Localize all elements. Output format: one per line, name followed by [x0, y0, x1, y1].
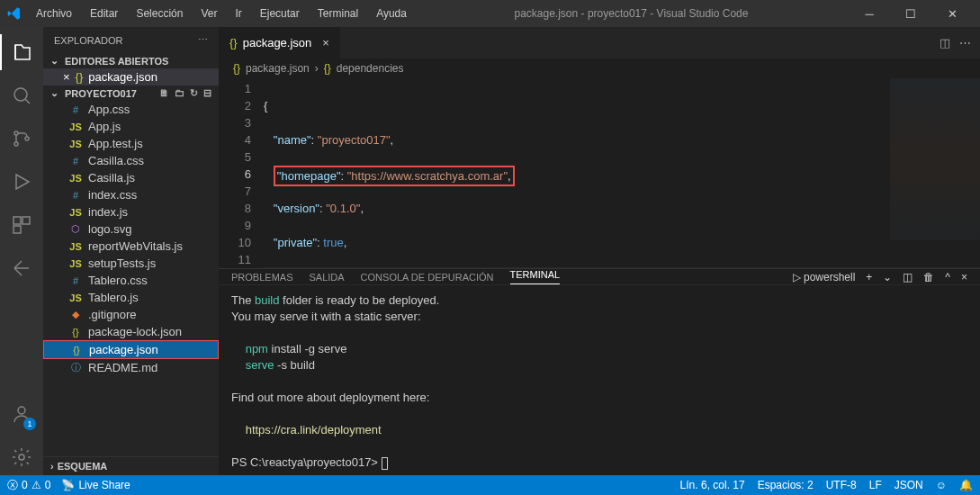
file-logo-svg[interactable]: ⬡logo.svg	[43, 220, 219, 238]
window-title: package.json - proyecto017 - Visual Stud…	[414, 7, 849, 20]
file-reportWebVitals-js[interactable]: JSreportWebVitals.js	[43, 238, 219, 255]
cursor	[382, 457, 388, 470]
file-Tablero-css[interactable]: #Tablero.css	[43, 272, 219, 289]
status-bar: ⓧ 0 ⚠ 0 📡 Live Share Lín. 6, col. 17 Esp…	[0, 475, 980, 495]
settings-gear-icon[interactable]	[0, 439, 43, 475]
menu-ayuda[interactable]: Ayuda	[369, 4, 414, 23]
chevron-down-icon: ⌄	[50, 87, 61, 99]
menu-ir[interactable]: Ir	[228, 4, 248, 23]
main-menu: ArchivoEditarSelecciónVerIrEjecutarTermi…	[29, 4, 414, 23]
refresh-icon[interactable]: ↻	[190, 87, 198, 99]
maximize-button[interactable]: ☐	[890, 0, 931, 27]
chevron-right-icon: ›	[50, 461, 54, 472]
file-package-json[interactable]: {}package.json	[43, 340, 219, 359]
close-icon[interactable]: ×	[322, 36, 329, 50]
file-icon: ◆	[68, 309, 83, 320]
file-setupTests-js[interactable]: JSsetupTests.js	[43, 255, 219, 272]
svg-point-8	[19, 454, 24, 460]
file-Casilla-css[interactable]: #Casilla.css	[43, 152, 219, 169]
new-folder-icon[interactable]: 🗀	[175, 87, 184, 99]
file-label: Casilla.js	[88, 171, 135, 184]
close-icon[interactable]: ×	[63, 70, 70, 84]
menu-archivo[interactable]: Archivo	[29, 4, 79, 23]
svg-rect-4	[13, 217, 21, 224]
more-icon[interactable]: ⋯	[198, 34, 208, 46]
tab-consola[interactable]: CONSOLA DE DEPURACIÓN	[361, 272, 494, 283]
file-icon: #	[68, 104, 83, 115]
file-label: README.md	[88, 361, 157, 374]
chevron-down-icon[interactable]: ⌄	[883, 271, 892, 284]
file-index-css[interactable]: #index.css	[43, 186, 219, 203]
new-file-icon[interactable]: 🗎	[159, 87, 169, 99]
minimize-button[interactable]: ─	[849, 0, 890, 27]
menu-selección[interactable]: Selección	[129, 4, 190, 23]
menu-terminal[interactable]: Terminal	[310, 4, 365, 23]
tab-problemas[interactable]: PROBLEMAS	[231, 272, 292, 283]
file-icon: {}	[68, 327, 83, 338]
file-label: setupTests.js	[88, 256, 156, 270]
status-bell-icon[interactable]: 🔔	[959, 479, 973, 491]
file-label: App.test.js	[88, 137, 143, 150]
file-App-js[interactable]: JSApp.js	[43, 118, 219, 135]
minimap[interactable]	[890, 78, 980, 240]
status-liveshare[interactable]: 📡 Live Share	[61, 479, 130, 491]
collapse-icon[interactable]: ⊟	[203, 87, 211, 99]
tab-terminal[interactable]: TERMINAL	[510, 269, 561, 284]
file-package-lock-json[interactable]: {}package-lock.json	[43, 323, 219, 340]
source-control-icon[interactable]	[0, 121, 43, 157]
file-icon: #	[68, 156, 83, 166]
file-Tablero-js[interactable]: JSTablero.js	[43, 289, 219, 306]
status-feedback-icon[interactable]: ☺	[936, 479, 947, 491]
split-terminal-icon[interactable]: ◫	[903, 271, 913, 284]
tab-package-json[interactable]: {} package.json ×	[219, 27, 341, 58]
maximize-panel-icon[interactable]: ^	[945, 271, 950, 284]
split-editor-icon[interactable]: ◫	[940, 36, 950, 50]
file-icon: JS	[68, 241, 83, 252]
sidebar: EXPLORADOR ⋯ ⌄ EDITORES ABIERTOS × {} pa…	[43, 27, 219, 475]
status-position[interactable]: Lín. 6, col. 17	[680, 479, 745, 491]
file-index-js[interactable]: JSindex.js	[43, 203, 219, 220]
file--gitignore[interactable]: ◆.gitignore	[43, 306, 219, 323]
account-icon[interactable]: 1	[0, 396, 43, 432]
project-header[interactable]: ⌄ PROYECTO017 🗎 🗀 ↻ ⊟	[43, 86, 219, 101]
file-README-md[interactable]: ⓘREADME.md	[43, 359, 219, 376]
open-editors-header[interactable]: ⌄ EDITORES ABIERTOS	[43, 53, 219, 68]
status-encoding[interactable]: UTF-8	[826, 479, 857, 491]
close-button[interactable]: ✕	[931, 0, 973, 27]
json-icon: {}	[76, 70, 84, 84]
tab-salida[interactable]: SALIDA	[309, 272, 344, 283]
file-App-css[interactable]: #App.css	[43, 101, 219, 118]
terminal-output[interactable]: The build folder is ready to be deployed…	[219, 285, 980, 475]
trash-icon[interactable]: 🗑	[923, 271, 934, 284]
more-icon[interactable]: ⋯	[959, 36, 971, 50]
file-label: reportWebVitals.js	[88, 239, 183, 253]
explorer-icon[interactable]	[0, 34, 43, 70]
file-icon: JS	[68, 139, 83, 149]
shell-indicator[interactable]: ▷ powershell	[793, 271, 856, 284]
menu-ejecutar[interactable]: Ejecutar	[253, 4, 307, 23]
menu-ver[interactable]: Ver	[193, 4, 224, 23]
status-errors[interactable]: ⓧ 0 ⚠ 0	[7, 478, 50, 493]
file-label: App.css	[88, 103, 130, 116]
menu-editar[interactable]: Editar	[83, 4, 125, 23]
file-App-test-js[interactable]: JSApp.test.js	[43, 135, 219, 152]
search-icon[interactable]	[0, 77, 43, 113]
open-editor-item[interactable]: × {} package.json	[43, 68, 219, 86]
share-icon[interactable]	[0, 250, 43, 286]
status-language[interactable]: JSON	[895, 479, 923, 491]
code-editor[interactable]: 1234567891011 { "name": "proyecto017", "…	[219, 78, 980, 268]
status-eol[interactable]: LF	[869, 479, 882, 491]
schema-header[interactable]: › ESQUEMA	[43, 456, 219, 475]
window-controls: ─ ☐ ✕	[849, 0, 973, 27]
code-body[interactable]: { "name": "proyecto017", "homepage": "ht…	[264, 78, 980, 268]
panel-tabs: PROBLEMAS SALIDA CONSOLA DE DEPURACIÓN T…	[219, 269, 980, 285]
file-Casilla-js[interactable]: JSCasilla.js	[43, 169, 219, 186]
run-debug-icon[interactable]	[0, 164, 43, 200]
chevron-down-icon: ⌄	[50, 55, 61, 67]
breadcrumb[interactable]: {} package.json › {} dependencies	[219, 58, 980, 78]
close-panel-icon[interactable]: ×	[961, 271, 967, 284]
file-icon: JS	[68, 207, 83, 218]
extensions-icon[interactable]	[0, 207, 43, 243]
new-terminal-icon[interactable]: +	[866, 271, 872, 284]
status-spaces[interactable]: Espacios: 2	[758, 479, 814, 491]
